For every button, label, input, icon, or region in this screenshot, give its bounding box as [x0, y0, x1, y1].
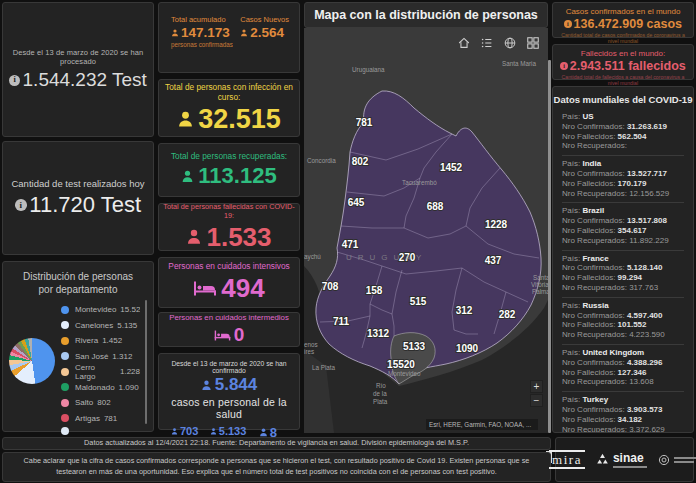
tests-processed-card: Desde el 13 de marzo de 2020 se han proc…	[2, 2, 154, 137]
geo-label: Plata	[373, 398, 388, 405]
pie-legend[interactable]: Montevideo15.520Canelones5.135Rivera1.45…	[61, 302, 140, 427]
health-workers-card: Desde el 13 de marzo de 2020 se han conf…	[158, 353, 300, 430]
pie-title: Distribución de personas por departament…	[3, 262, 153, 296]
country-stat-line: Nro Fallecidos: 101.552	[562, 320, 684, 330]
department-pie-chart	[9, 338, 55, 384]
world-cases-title: Casos confirmados en el mundo	[553, 7, 693, 16]
legend-color-dot	[61, 352, 69, 360]
country-entry: País: IndiaNro Confirmados: 13.527.717Nr…	[562, 156, 684, 203]
basemap-icon[interactable]	[503, 36, 517, 50]
department-count-flores: 158	[366, 285, 383, 296]
accumulated-card: Total acumulado 147.173 personas confirm…	[158, 2, 300, 73]
zoom-in-button[interactable]: +	[530, 380, 543, 393]
geo-label: Palmar	[532, 288, 548, 295]
country-stat-line: País: Brazil	[562, 206, 684, 216]
country-entry: País: BrazilNro Confirmados: 13.517.808N…	[562, 203, 684, 250]
map-svg[interactable]: UruguaianaSanta MariaConcordiaTacuarembó…	[304, 28, 548, 433]
overview-icon[interactable]	[526, 36, 540, 50]
map-title: Mapa con la distribución de personas	[304, 2, 548, 28]
icu-card: Personas en cuidados intensivos 494	[158, 257, 300, 308]
legend-department-value: 15.520	[120, 305, 140, 314]
tests-today-value: 11.720 Test	[15, 192, 141, 218]
legend-item: Artigas781	[61, 411, 140, 427]
world-data-card: Datos mundiales del COVID-19 País: USNro…	[552, 86, 694, 433]
country-list[interactable]: País: USNro Confirmados: 31.263.619Nro F…	[553, 109, 693, 432]
legend-department-name: Salto	[75, 398, 93, 407]
country-stat-line: País: India	[562, 159, 684, 169]
ministry-logo	[658, 454, 696, 466]
geo-label: La Plata	[312, 364, 336, 371]
legend-department-name: Cerro Largo	[75, 363, 116, 381]
uruguay-map[interactable]: UruguaianaSanta MariaConcordiaTacuarembó…	[304, 28, 548, 433]
department-count-tacuaremb-: 688	[427, 201, 444, 212]
accumulated-label: Total acumulado	[171, 15, 233, 24]
legend-color-dot	[61, 414, 69, 422]
department-count-treinta-y-tres: 437	[485, 255, 502, 266]
footer-updated-bar: Datos actualizados al 12/4/2021 22:18. F…	[2, 437, 551, 450]
active-cases-value: 32.515	[198, 104, 281, 135]
icu-label: Personas en cuidados intensivos	[168, 261, 289, 271]
recovered-card: Total de personas recuperadas: 113.125	[158, 143, 300, 197]
department-count-paysand-: 645	[348, 197, 365, 208]
geo-label: Montevideo	[388, 370, 421, 377]
geo-label: aychú	[304, 253, 321, 261]
zoom-out-button[interactable]: −	[530, 394, 543, 407]
world-cases-card: Casos confirmados en el mundo 136.472.90…	[552, 2, 694, 38]
icu-value: 494	[221, 273, 264, 304]
emblem-icon	[658, 454, 670, 466]
country-stat-line: Nro Fallecidos: 127.346	[562, 368, 684, 378]
country-stat-line: Nro Confirmados: 4.388.296	[562, 358, 684, 368]
home-icon[interactable]	[457, 36, 471, 50]
map-attribution: Esri, HERE, Garmin, FAO, NOAA, ...	[426, 419, 538, 430]
legend-department-name: Maldonado	[75, 383, 115, 392]
person-icon	[177, 111, 194, 128]
legend-department-name: Canelones	[75, 321, 113, 330]
legend-color-dot	[61, 321, 69, 329]
legend-department-value: 1.090	[119, 383, 139, 392]
new-cases-value: 2.564	[250, 25, 284, 40]
health-workers-intro: Desde el 13 de marzo de 2020 se han conf…	[159, 360, 299, 374]
country-stat-line: Nro Fallecidos: 562.504	[562, 132, 684, 142]
country-stat-line: País: France	[562, 254, 684, 264]
person-icon	[186, 229, 202, 245]
world-deaths-title: Fallecidos en el mundo:	[553, 49, 693, 58]
person-icon	[181, 170, 194, 183]
legend-department-value: 5.135	[117, 321, 137, 330]
world-deaths-value: 2.943.511 fallecidos	[570, 59, 686, 73]
world-deaths-subtitle: Cantidad total de fallecidos a causa del…	[553, 74, 693, 86]
country-stat-line: Nro Recuperados: 4.223.590	[562, 330, 684, 340]
geo-label: Vitória d	[531, 281, 548, 288]
accumulated-sublabel: personas confirmadas	[171, 41, 233, 48]
ministry-text-line	[674, 457, 696, 459]
page-scrollbar[interactable]	[548, 60, 551, 433]
department-count-artigas: 781	[356, 117, 373, 128]
country-entry: País: FranceNro Confirmados: 5.128.140Nr…	[562, 251, 684, 298]
person-icon	[171, 428, 178, 435]
legend-department-value: 1.452	[102, 336, 122, 345]
legend-item: Salto802	[61, 395, 140, 411]
world-cases-value: 136.472.909 casos	[574, 17, 682, 31]
map-toolbar	[457, 36, 540, 50]
new-cases-label: Casos Nuevos	[240, 15, 289, 24]
mira-logo: mira	[549, 450, 585, 469]
geo-label: Río	[376, 382, 386, 389]
country-stat-line: Nro Recuperados: 12.156.529	[562, 189, 684, 199]
country-stat-line: País: Russia	[562, 301, 684, 311]
country-stat-line: Nro Recuperados: 13.608	[562, 377, 684, 387]
country-stat-line: Nro Fallecidos: 99.294	[562, 273, 684, 283]
country-stat-line: Nro Fallecidos: 34.182	[562, 415, 684, 425]
country-stat-line: Nro Fallecidos: 354.617	[562, 226, 684, 236]
active-cases-label: Total de personas con infección en curso…	[159, 82, 299, 102]
legend-scrollbar[interactable]	[145, 300, 147, 424]
hospital-bed-icon	[214, 330, 231, 341]
sinae-subtitle-line	[613, 466, 647, 468]
legend-color-dot	[61, 368, 69, 376]
legend-department-name: Artigas	[75, 414, 100, 423]
legend-list-icon[interactable]	[480, 36, 494, 50]
tests-processed-value: 1.544.232 Test	[9, 69, 147, 91]
legend-item: Rivera1.452	[61, 333, 140, 349]
legend-department-name: San José	[75, 352, 108, 361]
department-count-lavalleja: 312	[456, 305, 473, 316]
country-stat-line: Nro Recuperados:	[562, 141, 684, 151]
accumulated-total: Total acumulado 147.173 personas confirm…	[171, 15, 233, 48]
